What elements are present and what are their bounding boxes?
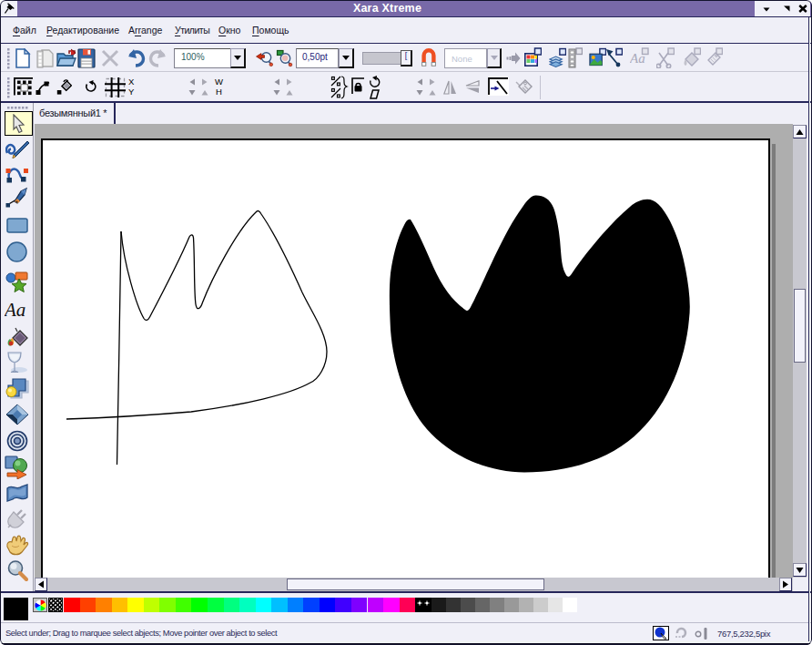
svg-text:Aa: Aa [630, 51, 645, 66]
svg-text:Aa: Aa [5, 300, 25, 320]
